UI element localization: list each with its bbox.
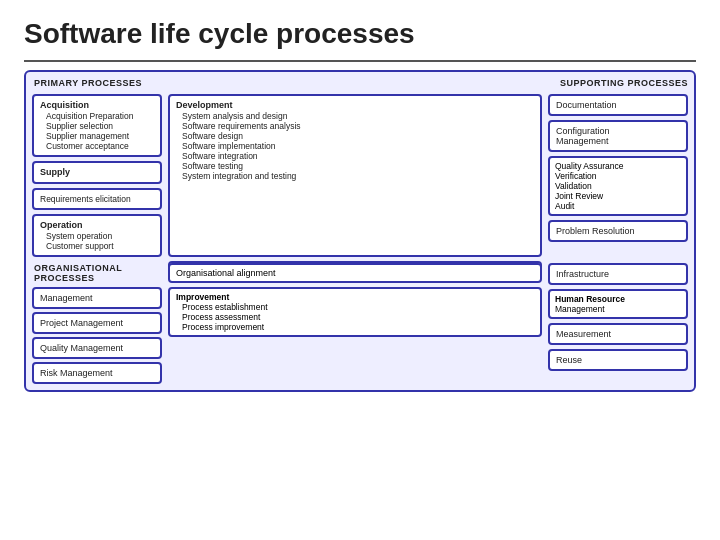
qa-item-3: Validation [555,181,681,191]
acq-item-2: Supplier selection [40,121,154,131]
management-label: Management [40,293,93,303]
main-container: PRIMARY PROCESSES SUPPORTING PROCESSES A… [24,70,696,392]
risk-management-label: Risk Management [40,368,113,378]
improvement-title: Improvement [176,292,534,302]
supporting-processes-label: SUPPORTING PROCESSES [560,78,688,92]
reuse-box: Reuse [548,349,688,371]
improvement-box: Improvement Process establishment Proces… [168,287,542,337]
config-sub: Management [556,136,609,146]
org-label: ORGANISATIONAL PROCESSES [32,263,162,283]
org-alignment-label: Organisational alignment [176,268,276,278]
infrastructure-label: Infrastructure [556,269,609,279]
qa-item-2: Verification [555,171,681,181]
documentation-box: Documentation [548,94,688,116]
project-management-label: Project Management [40,318,123,328]
problem-resolution-box: Problem Resolution [548,220,688,242]
quality-management-box: Quality Management [32,337,162,359]
documentation-label: Documentation [556,100,617,110]
qa-item-1: Quality Assurance [555,161,681,171]
organisational-area: ORGANISATIONAL PROCESSES Management Proj… [32,263,688,384]
hr-management-box: Human Resource Management [548,289,688,319]
problem-resolution-label: Problem Resolution [556,226,635,236]
configuration-box: Configuration Management [548,120,688,152]
acq-item-3: Supplier management [40,131,154,141]
dev-item-4: Software implementation [176,141,534,151]
operation-box: Operation System operation Customer supp… [32,214,162,257]
org-alignment-box: Organisational alignment [168,263,542,283]
page-title: Software life cycle processes [24,18,696,50]
supply-box: Supply [32,161,162,184]
top-labels-row: PRIMARY PROCESSES SUPPORTING PROCESSES [32,78,688,92]
op-item-2: Customer support [40,241,154,251]
measurement-box: Measurement [548,323,688,345]
dev-item-5: Software integration [176,151,534,161]
acquisition-box: Acquisition Acquisition Preparation Supp… [32,94,162,157]
dev-title: Development [176,100,534,110]
config-title: Configuration [556,126,610,136]
dev-item-1: System analysis and design [176,111,534,121]
dev-item-3: Software design [176,131,534,141]
hr-sub: Management [555,304,681,314]
page: Software life cycle processes PRIMARY PR… [0,0,720,540]
reuse-label: Reuse [556,355,582,365]
primary-area: Acquisition Acquisition Preparation Supp… [32,94,688,257]
primary-processes-label: PRIMARY PROCESSES [32,78,142,88]
infrastructure-box: Infrastructure [548,263,688,285]
qa-item-5: Audit [555,201,681,211]
org-left-column: ORGANISATIONAL PROCESSES Management Proj… [32,263,162,384]
acq-item-4: Customer acceptance [40,141,154,151]
dev-item-2: Software requirements analysis [176,121,534,131]
acq-item-1: Acquisition Preparation [40,111,154,121]
imp-item-3: Process improvement [176,322,534,332]
primary-left-column: Acquisition Acquisition Preparation Supp… [32,94,162,257]
project-management-box: Project Management [32,312,162,334]
org-items-list: Management Project Management Quality Ma… [32,287,162,384]
primary-right-column: Documentation Configuration Management Q… [548,94,688,257]
development-box: Development System analysis and design S… [168,94,542,257]
requirements-box: Requirements elicitation [32,188,162,210]
org-right-column: Infrastructure Human Resource Management… [548,263,688,384]
imp-item-2: Process assessment [176,312,534,322]
dev-item-7: System integration and testing [176,171,534,181]
op-item-1: System operation [40,231,154,241]
imp-item-1: Process establishment [176,302,534,312]
hr-title: Human Resource [555,294,681,304]
primary-middle-column: Development System analysis and design S… [168,94,542,257]
risk-management-box: Risk Management [32,362,162,384]
divider [24,60,696,62]
management-box: Management [32,287,162,309]
supply-label: Supply [40,167,154,177]
requirements-label: Requirements elicitation [40,194,154,204]
acquisition-title: Acquisition [40,100,154,110]
qa-group-box: Quality Assurance Verification Validatio… [548,156,688,216]
measurement-label: Measurement [556,329,611,339]
qa-item-4: Joint Review [555,191,681,201]
operation-title: Operation [40,220,154,230]
quality-management-label: Quality Management [40,343,123,353]
dev-item-6: Software testing [176,161,534,171]
org-middle-column: Organisational alignment Improvement Pro… [168,263,542,384]
